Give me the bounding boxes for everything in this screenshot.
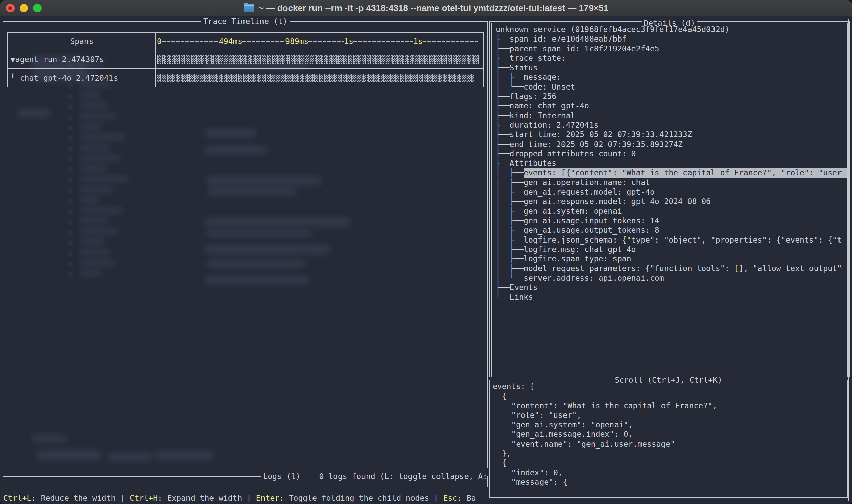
keybar-separator: |	[242, 493, 256, 502]
span-row[interactable]: ▼agent run 2.474307s	[8, 50, 483, 69]
window-title-group: ~ — docker run --rm -it -p 4318:4318 --n…	[243, 3, 609, 14]
tree-node[interactable]: unknown_service (01968fefb4acec3f9fef17e…	[495, 25, 847, 34]
tree-node[interactable]: │ ├──message:	[495, 72, 847, 82]
tree-node[interactable]: ├──duration: 2.472041s	[495, 120, 847, 130]
tree-branch: │ ├──	[495, 168, 524, 177]
tree-node[interactable]: │ ├──logfire.json_schema: {"type": "obje…	[495, 235, 847, 245]
folder-icon	[243, 4, 254, 13]
keybar-key: Enter	[256, 493, 279, 502]
scale-tick-label: 1s	[344, 37, 354, 46]
scale-tick-label: 1s	[413, 37, 423, 46]
tree-node[interactable]: ├──Attributes	[495, 158, 847, 168]
keybar-key: Ctrl+H	[130, 493, 158, 502]
close-button[interactable]	[6, 4, 15, 13]
tree-node[interactable]: │ ├──gen_ai.usage.input_tokens: 14	[495, 216, 847, 225]
tree-node[interactable]: ├──Events	[495, 283, 847, 292]
tree-node[interactable]: │ ├──model_request_parameters: {"functio…	[495, 264, 847, 273]
tree-node[interactable]: ├──flags: 256	[495, 92, 847, 101]
span-row[interactable]: └ chat gpt-4o 2.472041s	[8, 69, 483, 87]
tree-node[interactable]: ├──trace state:	[495, 53, 847, 63]
timeline-scale: 0494ms989ms1s1s	[156, 33, 483, 50]
tree-node[interactable]: │ ├──gen_ai.operation.name: chat	[495, 178, 847, 187]
tree-node[interactable]: ├──span id: e7e10d488eab7bbf	[495, 34, 847, 43]
tree-node[interactable]: ├──dropped attributes count: 0	[495, 149, 847, 158]
keybar-description: : Toggle folding the child nodes	[279, 493, 429, 502]
span-duration-bar[interactable]	[157, 74, 474, 82]
scale-tick-label: 494ms	[219, 37, 242, 46]
keybind-bar: Ctrl+L: Reduce the width | Ctrl+H: Expan…	[3, 492, 489, 503]
scale-line	[354, 41, 413, 42]
spans-table[interactable]: Spans 0494ms989ms1s1s ▼agent run 2.47430…	[7, 32, 484, 88]
scale-line	[308, 41, 344, 42]
spans-table-body: ▼agent run 2.474307s└ chat gpt-4o 2.4720…	[8, 50, 483, 87]
tree-node[interactable]: └──Links	[495, 292, 847, 302]
scale-line	[423, 41, 478, 42]
tree-node[interactable]: │ ├──gen_ai.request.model: gpt-4o	[495, 187, 847, 197]
tree-node[interactable]: │ └──server.address: api.openai.com	[495, 273, 847, 283]
spans-table-header: Spans 0494ms989ms1s1s	[8, 33, 483, 50]
keybar-key: Ctrl+L	[3, 493, 32, 502]
tree-node[interactable]: │ └──code: Unset	[495, 82, 847, 92]
traffic-lights	[6, 0, 41, 16]
tree-node[interactable]: ├──start time: 2025-05-02 07:39:33.42123…	[495, 130, 847, 139]
logs-title: Logs (l) -- 0 logs found (L: toggle coll…	[261, 471, 488, 481]
titlebar[interactable]: ~ — docker run --rm -it -p 4318:4318 --n…	[0, 0, 852, 16]
scale-line	[162, 41, 219, 42]
app-left-border	[1, 19, 1, 501]
keybar-description: : Reduce the width	[32, 493, 115, 502]
tree-node[interactable]: ├──parent span id: 1c8f219204e2f4e5	[495, 44, 847, 53]
spans-column-header: Spans	[70, 37, 93, 46]
tree-node[interactable]: │ ├──logfire.span_type: span	[495, 254, 847, 264]
details-tree: unknown_service (01968fefb4acec3f9fef17e…	[495, 25, 847, 377]
tree-node[interactable]: ├──name: chat gpt-4o	[495, 101, 847, 110]
logs-panel[interactable]: Logs (l) -- 0 logs found (L: toggle coll…	[3, 476, 488, 487]
tree-node[interactable]: │ ├──gen_ai.system: openai	[495, 206, 847, 216]
scroll-panel[interactable]: Scroll (Ctrl+J, Ctrl+K) events: [ { "con…	[489, 380, 848, 498]
span-row-label: └ chat gpt-4o 2.472041s	[8, 74, 118, 83]
tree-node[interactable]: ├──kind: Internal	[495, 111, 847, 120]
tree-node-selected[interactable]: │ ├──events: [{"content": "What is the c…	[495, 168, 847, 177]
scale-tick-label: 989ms	[285, 37, 308, 46]
tree-node[interactable]: │ ├──gen_ai.usage.output_tokens: 8	[495, 225, 847, 235]
keybar-description: : Ba	[457, 493, 476, 502]
span-row-label: ▼agent run 2.474307s	[8, 55, 104, 64]
tree-node[interactable]: ├──end time: 2025-05-02 07:39:35.893274Z	[495, 140, 847, 149]
tree-node[interactable]: │ ├──logfire.msg: chat gpt-4o	[495, 245, 847, 254]
trace-timeline-panel[interactable]: Trace Timeline (t) Spans 0494ms989ms1s1s…	[3, 21, 488, 468]
tree-node[interactable]: ├──Status	[495, 63, 847, 72]
span-duration-bar[interactable]	[157, 55, 479, 64]
app-right-border	[848, 19, 850, 501]
scale-line	[242, 41, 285, 42]
keybar-description: : Expand the width	[158, 493, 242, 502]
details-panel[interactable]: Details (d) unknown_service (01968fefb4a…	[489, 21, 850, 377]
scale-tick-label: 0	[157, 37, 162, 46]
scroll-json: events: [ { "content": "What is the capi…	[492, 382, 846, 497]
minimize-button[interactable]	[20, 4, 28, 13]
tree-node-value: events: [{"content": "What is the capita…	[524, 168, 847, 177]
terminal-content: Trace Timeline (t) Spans 0494ms989ms1s1s…	[0, 16, 852, 504]
keybar-key: Esc	[443, 493, 457, 502]
terminal-window: ~ — docker run --rm -it -p 4318:4318 --n…	[0, 0, 852, 504]
tree-node[interactable]: │ ├──gen_ai.response.model: gpt-4o-2024-…	[495, 197, 847, 206]
window-title: ~ — docker run --rm -it -p 4318:4318 --n…	[258, 3, 609, 14]
keybar-separator: |	[115, 493, 130, 502]
zoom-button[interactable]	[33, 4, 41, 13]
keybar-separator: |	[429, 493, 443, 502]
trace-timeline-title: Trace Timeline (t)	[3, 16, 488, 26]
